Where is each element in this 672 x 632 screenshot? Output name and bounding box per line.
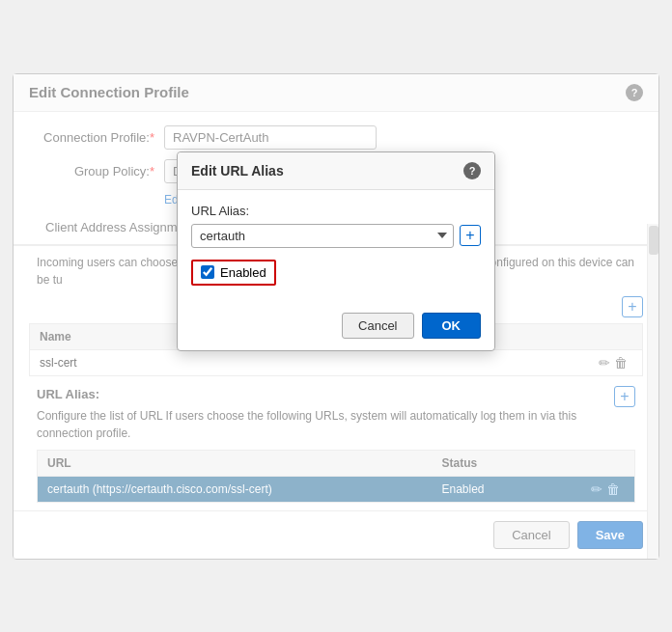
modal-overlay: Edit URL Alias ? URL Alias: certauth + E… (14, 74, 658, 559)
enabled-checkbox-row: Enabled (191, 260, 276, 286)
modal-select-row: certauth + (191, 224, 481, 248)
modal-box: Edit URL Alias ? URL Alias: certauth + E… (177, 151, 495, 351)
modal-footer: Cancel OK (178, 305, 494, 350)
enabled-label: Enabled (220, 265, 266, 280)
enabled-checkbox[interactable] (201, 265, 214, 279)
main-panel: Edit Connection Profile ? Connection Pro… (13, 73, 659, 560)
modal-help-icon[interactable]: ? (463, 162, 481, 179)
url-alias-select[interactable]: certauth (191, 224, 454, 248)
modal-title: Edit URL Alias (191, 163, 284, 179)
modal-cancel-button[interactable]: Cancel (342, 313, 413, 339)
modal-alias-add-button[interactable]: + (460, 225, 481, 246)
modal-header: Edit URL Alias ? (178, 152, 494, 190)
modal-body: URL Alias: certauth + Enabled (178, 190, 494, 305)
modal-ok-button[interactable]: OK (422, 313, 482, 339)
url-alias-field-label: URL Alias: (191, 204, 481, 218)
